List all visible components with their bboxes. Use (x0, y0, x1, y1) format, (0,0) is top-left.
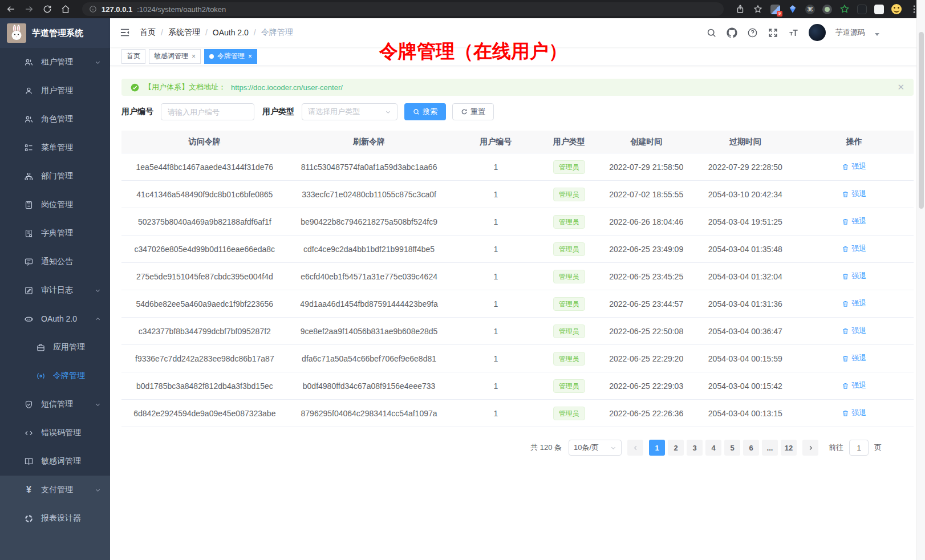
force-logout-button[interactable]: 强退 (842, 353, 866, 363)
page-button-6[interactable]: 6 (743, 440, 759, 456)
sidebar-item-sms[interactable]: 短信管理 (0, 390, 110, 419)
sidebar-item-role[interactable]: 角色管理 (0, 105, 110, 133)
sidebar-item-oauth2[interactable]: OAuth 2.0 (0, 305, 110, 333)
doc-alert: 【用户体系】文档地址： https://doc.iocoder.cn/user-… (121, 79, 914, 96)
tab-close-icon[interactable]: × (248, 53, 252, 60)
top-navbar: 首页/系统管理/OAuth 2.0/令牌管理 芋道源码 (110, 18, 925, 47)
reset-button[interactable]: 重置 (452, 103, 494, 120)
username-label[interactable]: 芋道源码 (835, 27, 865, 38)
force-logout-label: 强退 (851, 271, 866, 281)
tab-close-icon[interactable]: × (192, 53, 196, 60)
tab-令牌管理[interactable]: 令牌管理× (204, 49, 257, 64)
sidebar-item-dept[interactable]: 部门管理 (0, 162, 110, 190)
share-icon[interactable] (735, 4, 745, 14)
back-icon[interactable] (6, 4, 16, 14)
alert-doc-link[interactable]: https://doc.iocoder.cn/user-center/ (231, 83, 343, 92)
sidebar-item-post[interactable]: 岗位管理 (0, 190, 110, 219)
access-token-cell: 502375b8040a469a9b82188afdf6af1f (121, 217, 288, 226)
forward-icon[interactable] (24, 4, 34, 14)
user-menu-caret-icon[interactable] (875, 33, 879, 36)
user-avatar[interactable] (809, 24, 826, 41)
tab-首页[interactable]: 首页 (121, 49, 145, 64)
user-type-select[interactable]: 请选择用户类型 (302, 103, 397, 120)
force-logout-button[interactable]: 强退 (842, 216, 866, 226)
tab-敏感词管理[interactable]: 敏感词管理× (149, 49, 201, 64)
address-bar[interactable]: 127.0.0.1:1024/system/oauth2/token (82, 2, 724, 16)
gem-extension-icon[interactable] (788, 4, 798, 14)
sidebar-item-errcode[interactable]: 错误码管理 (0, 419, 110, 447)
page-button-5[interactable]: 5 (724, 440, 740, 456)
force-logout-button[interactable]: 强退 (842, 408, 866, 418)
sidebar-item-menu[interactable]: 菜单管理 (0, 133, 110, 162)
user-icon (24, 86, 34, 96)
force-logout-button[interactable]: 强退 (842, 380, 866, 391)
user-id-cell: 1 (450, 382, 541, 391)
alert-close-icon[interactable]: ✕ (897, 82, 904, 92)
sidebar-collapse-icon[interactable] (119, 27, 131, 38)
home-icon[interactable] (60, 4, 71, 14)
page-button-1[interactable]: 1 (649, 440, 665, 456)
page-size-select[interactable]: 10条/页 (569, 440, 622, 456)
profile-avatar-emoji[interactable] (891, 4, 902, 14)
force-logout-button[interactable]: 强退 (842, 271, 866, 281)
people-icon (24, 115, 34, 124)
next-page-button[interactable] (802, 440, 818, 456)
app-title: 芋道管理系统 (32, 28, 83, 39)
table-row: b0d1785bc3a8482f812db4a3f3bd15ecb0df4980… (121, 372, 914, 400)
scrollbar-thumb[interactable] (919, 32, 924, 209)
page-button-12[interactable]: 12 (781, 440, 797, 456)
font-size-icon[interactable] (788, 27, 799, 38)
force-logout-label: 强退 (851, 380, 866, 391)
force-logout-button[interactable]: 强退 (842, 326, 866, 336)
force-logout-button[interactable]: 强退 (842, 298, 866, 309)
user-type-cell: 管理员 (541, 407, 597, 420)
force-logout-label: 强退 (851, 161, 866, 172)
breadcrumb-item[interactable]: OAuth 2.0 (213, 28, 249, 37)
sidebar-item-notice[interactable]: 通知公告 (0, 247, 110, 276)
user-type-cell: 管理员 (541, 324, 597, 338)
sidebar-item-sensitive[interactable]: 敏感词管理 (0, 447, 110, 476)
page-button-2[interactable]: 2 (668, 440, 684, 456)
sidebar-item-tenant[interactable]: 租户管理 (0, 48, 110, 76)
green-star-extension-icon[interactable] (839, 4, 850, 14)
bookmark-star-icon[interactable] (753, 4, 763, 14)
fullscreen-icon[interactable] (768, 27, 778, 38)
user-id-input[interactable] (161, 103, 254, 120)
action-cell: 强退 (795, 380, 914, 391)
site-info-icon[interactable] (89, 5, 97, 13)
help-icon[interactable] (747, 27, 758, 38)
created-time-cell: 2022-06-25 22:29:20 (597, 354, 696, 363)
sidebar-item-dict[interactable]: 字典管理 (0, 219, 110, 247)
force-logout-button[interactable]: 强退 (842, 244, 866, 254)
table-row: c342377bf8b344799dcbf7bf095287f29ce8ef2a… (121, 318, 914, 345)
user-id-cell: 1 (450, 299, 541, 309)
sidebar-item-oauth2-token[interactable]: 令牌管理 (0, 362, 110, 390)
breadcrumb-item[interactable]: 系统管理 (168, 27, 200, 38)
page-button-3[interactable]: 3 (687, 440, 703, 456)
force-logout-button[interactable]: 强退 (842, 161, 866, 172)
force-logout-button[interactable]: 强退 (842, 189, 866, 199)
sidebar-item-audit-log[interactable]: 审计日志 (0, 276, 110, 305)
dark-extension-icon[interactable] (857, 5, 867, 14)
search-form: 用户编号 用户类型 请选择用户类型 搜索 重置 (121, 103, 914, 120)
record-extension-icon[interactable] (822, 5, 832, 14)
pager-more-button[interactable]: ... (762, 440, 778, 456)
sidebar-item-oauth2-app[interactable]: 应用管理 (0, 333, 110, 362)
search-button[interactable]: 搜索 (404, 103, 446, 120)
goto-page-input[interactable] (849, 440, 869, 456)
sidebar-item-user[interactable]: 用户管理 (0, 76, 110, 105)
extension-grid-icon[interactable]: 9 (770, 5, 780, 14)
github-icon[interactable] (727, 27, 737, 38)
search-icon[interactable] (706, 27, 717, 38)
breadcrumb-item[interactable]: 首页 (140, 27, 156, 38)
page-button-4[interactable]: 4 (705, 440, 721, 456)
chevron-down-icon (610, 445, 616, 451)
sidebar-item-report[interactable]: 报表设计器 (0, 504, 110, 533)
prev-page-button[interactable] (627, 440, 643, 456)
page-scrollbar[interactable] (916, 0, 925, 560)
reload-icon[interactable] (42, 4, 52, 14)
expire-time-cell: 2054-03-10 20:42:34 (696, 190, 795, 199)
light-extension-icon[interactable] (874, 5, 884, 14)
sidebar-item-pay[interactable]: ¥支付管理 (0, 476, 110, 504)
command-extension-icon[interactable]: ⌘ (805, 5, 815, 14)
